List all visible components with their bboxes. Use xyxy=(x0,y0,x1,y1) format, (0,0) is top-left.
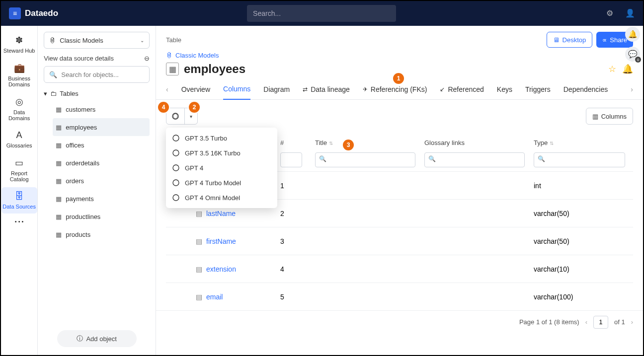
search-icon: 🔍 xyxy=(49,71,57,78)
entity-title: employees xyxy=(184,62,245,76)
annotation-4: 4 xyxy=(158,102,169,113)
tree-item-products[interactable]: ▦products xyxy=(53,225,150,243)
tree-item-orders[interactable]: ▦orders xyxy=(53,172,150,190)
header-type[interactable]: Type⇅ xyxy=(534,139,633,146)
header-glossary[interactable]: Glossary links xyxy=(424,139,534,146)
bell-icon[interactable]: 🔔 xyxy=(622,64,633,74)
comments-badge: 0 xyxy=(635,57,641,63)
column-type: varchar(50) xyxy=(534,237,633,245)
tree-group-tables[interactable]: ▾ 🗀 Tables xyxy=(44,90,150,97)
ai-model-gpt-4-turbo-model[interactable]: GPT 4 Turbo Model xyxy=(166,175,277,190)
tab-data-lineage[interactable]: ⇄Data lineage xyxy=(303,79,350,100)
tree-item-orderdetails[interactable]: ▦orderdetails xyxy=(53,154,150,172)
nav-steward-hub[interactable]: ✽Steward Hub xyxy=(1,31,37,58)
tab-overview[interactable]: Overview xyxy=(181,79,210,100)
filter-title[interactable] xyxy=(315,152,415,167)
breadcrumb-source[interactable]: 🛢 Classic Models xyxy=(166,52,643,59)
column-name[interactable]: ▤extension xyxy=(196,265,280,273)
notifications-button[interactable]: 🔔 xyxy=(625,27,640,42)
app-name: Dataedo xyxy=(25,8,58,18)
tab-keys[interactable]: Keys xyxy=(497,79,512,100)
tab-columns[interactable]: Columns xyxy=(223,79,250,100)
logo[interactable]: ≡ Dataedo xyxy=(9,7,58,19)
filter-glossary[interactable] xyxy=(424,152,525,167)
ai-model-gpt-3-5-turbo[interactable]: GPT 3.5 Turbo xyxy=(166,131,277,145)
tree-item-offices[interactable]: ▦offices xyxy=(53,136,150,154)
columns-icon: ▥ xyxy=(592,113,598,120)
add-object-button[interactable]: ⓘ Add object xyxy=(57,330,137,347)
table-icon: ▦ xyxy=(56,195,62,203)
source-name: Classic Models xyxy=(60,37,103,44)
table-icon: ▦ xyxy=(56,142,62,149)
tree-item-payments[interactable]: ▦payments xyxy=(53,190,150,208)
column-type: int xyxy=(534,182,633,190)
tree-search[interactable]: 🔍 Search for objects... xyxy=(44,66,150,83)
nav-glossaries[interactable]: AGlossaries xyxy=(1,126,37,152)
table-row[interactable]: ▤email5varchar(100) xyxy=(166,283,633,310)
nav-icon: 🗄 xyxy=(15,191,24,202)
pager-next[interactable]: › xyxy=(631,318,633,326)
ai-generate-button[interactable] xyxy=(166,108,184,124)
leftnav: ✽Steward Hub💼Business Domains◎Data Domai… xyxy=(1,26,38,355)
svg-point-4 xyxy=(173,180,179,186)
db-icon: 🛢 xyxy=(166,52,172,59)
ai-model-gpt-4-omni-model[interactable]: GPT 4 Omni Model xyxy=(166,190,277,205)
tabs-next[interactable]: › xyxy=(631,85,633,93)
collapse-icon[interactable]: ⊖ xyxy=(144,55,150,62)
header-title[interactable]: Title⇅ xyxy=(315,139,424,146)
nav-data-domains[interactable]: ◎Data Domains xyxy=(1,92,37,125)
tab-referenced[interactable]: ↙Referenced xyxy=(440,79,483,100)
nav-business-domains[interactable]: 💼Business Domains xyxy=(1,59,37,91)
global-search[interactable]: Search... xyxy=(247,5,396,22)
nav-more[interactable]: • • • xyxy=(1,214,37,228)
columns-picker-button[interactable]: ▥ Columns xyxy=(586,108,633,125)
svg-point-3 xyxy=(173,165,179,171)
header-num[interactable]: # xyxy=(280,139,315,146)
settings-icon[interactable]: ⚙ xyxy=(606,8,616,18)
column-name[interactable]: ▤firstName xyxy=(196,237,280,245)
table-icon: ▦ xyxy=(56,106,62,113)
caret-down-icon: ▾ xyxy=(44,90,47,97)
openai-icon xyxy=(172,179,180,187)
favorite-icon[interactable]: ☆ xyxy=(608,64,616,74)
tab-dependencies[interactable]: Dependencies xyxy=(564,79,608,100)
tab-diagram[interactable]: Diagram xyxy=(263,79,290,100)
annotation-3: 3 xyxy=(343,140,354,150)
pager-page-input[interactable] xyxy=(593,316,608,329)
column-name[interactable]: ▤email xyxy=(196,293,280,301)
column-type: varchar(100) xyxy=(534,293,633,301)
column-ordinal: 4 xyxy=(280,265,315,273)
filter-num[interactable] xyxy=(280,152,302,167)
table-row[interactable]: ▤firstName3varchar(50) xyxy=(166,227,633,255)
desktop-icon: 🖥 xyxy=(553,36,560,44)
nav-report-catalog[interactable]: ▭Report Catalog xyxy=(1,153,37,186)
chevron-down-icon: ⌄ xyxy=(140,38,144,43)
comments-button[interactable]: 💬0 xyxy=(625,47,640,62)
db-icon: 🛢 xyxy=(49,37,56,44)
desktop-button[interactable]: 🖥 Desktop xyxy=(547,32,593,48)
ai-model-gpt-3-5-16k-turbo[interactable]: GPT 3.5 16K Turbo xyxy=(166,145,277,160)
view-source-details[interactable]: View data source details ⊖ xyxy=(44,55,150,62)
column-ordinal: 3 xyxy=(280,237,315,245)
table-icon: ▦ xyxy=(56,231,62,238)
entity-type-label: Table xyxy=(166,36,181,44)
tree-item-customers[interactable]: ▦customers xyxy=(53,100,150,118)
ai-model-gpt-4[interactable]: GPT 4 xyxy=(166,160,277,175)
tree-item-employees[interactable]: ▦employees xyxy=(53,118,150,136)
table-icon: ▦ xyxy=(56,177,62,185)
user-icon[interactable]: 👤 xyxy=(625,8,635,18)
openai-icon xyxy=(172,149,180,157)
tab-triggers[interactable]: Triggers xyxy=(525,79,551,100)
table-icon: ▦ xyxy=(166,63,179,75)
table-row[interactable]: ▤extension4varchar(10) xyxy=(166,255,633,283)
logo-icon: ≡ xyxy=(9,7,21,19)
annotation-1: 1 xyxy=(393,73,404,84)
tabs-prev[interactable]: ‹ xyxy=(166,85,168,93)
pager-prev[interactable]: ‹ xyxy=(585,318,587,326)
source-select[interactable]: 🛢 Classic Models ⌄ xyxy=(44,32,150,49)
table-icon: ▦ xyxy=(56,124,62,131)
column-name[interactable]: ▤lastName xyxy=(196,210,280,217)
tree-item-productlines[interactable]: ▦productlines xyxy=(53,208,150,225)
nav-data-sources[interactable]: 🗄Data Sources xyxy=(1,187,37,214)
filter-type[interactable] xyxy=(534,152,625,167)
